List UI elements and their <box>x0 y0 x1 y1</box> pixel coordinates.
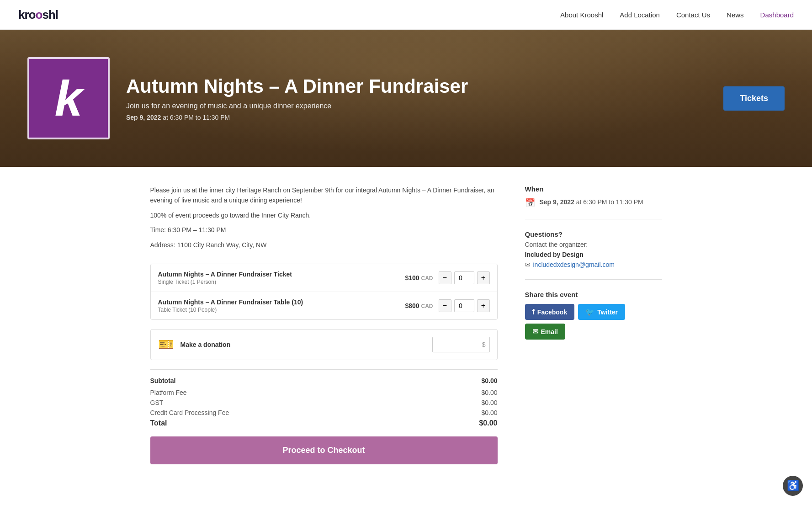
right-sidebar: When 📅 Sep 9, 2022 at 6:30 PM to 11:30 P… <box>525 185 662 464</box>
desc-line-1: Please join us at the inner city Heritag… <box>150 185 498 206</box>
when-section: When 📅 Sep 9, 2022 at 6:30 PM to 11:30 P… <box>525 185 662 219</box>
krooshl-k-logo: k <box>54 73 82 123</box>
when-label: When <box>525 185 662 193</box>
hero-banner: k Autumn Nights – A Dinner Fundraiser Jo… <box>0 30 812 167</box>
cc-fee-row: Credit Card Processing Fee $0.00 <box>150 409 498 416</box>
questions-label: Questions? <box>525 230 662 238</box>
share-email-button[interactable]: ✉ Email <box>525 324 565 340</box>
event-logo-box: k <box>27 57 110 139</box>
ticket-row-1: Autumn Nights – A Dinner Fundraiser Tick… <box>151 264 497 292</box>
nav-news[interactable]: News <box>727 11 744 19</box>
ticket-2-name: Autumn Nights – A Dinner Fundraiser Tabl… <box>158 298 405 306</box>
site-logo[interactable]: krooshl <box>18 8 58 22</box>
tickets-hero-button[interactable]: Tickets <box>723 86 785 111</box>
donation-dollar-sign: $ <box>478 341 489 348</box>
subtotal-label: Subtotal <box>150 377 176 384</box>
nav-about[interactable]: About Krooshl <box>560 11 603 19</box>
desc-line-4: Address: 1100 City Ranch Way, City, NW <box>150 240 498 250</box>
event-subtitle: Join us for an evening of music and a un… <box>126 102 707 110</box>
platform-fee-row: Platform Fee $0.00 <box>150 389 498 396</box>
gst-label: GST <box>150 399 164 406</box>
ticket-section: Autumn Nights – A Dinner Fundraiser Tick… <box>150 264 498 320</box>
main-content: Please join us at the inner city Heritag… <box>132 167 680 483</box>
facebook-icon: f <box>532 308 535 316</box>
ticket-2-price: $800 CAD <box>405 302 433 309</box>
event-description: Please join us at the inner city Heritag… <box>150 185 498 250</box>
cc-fee-label: Credit Card Processing Fee <box>150 409 229 416</box>
total-row: Total $0.00 <box>150 419 498 427</box>
donation-label: Make a donation <box>180 341 426 348</box>
event-title: Autumn Nights – A Dinner Fundraiser <box>126 75 707 97</box>
nav-add-location[interactable]: Add Location <box>620 11 660 19</box>
ticket-2-increment[interactable]: + <box>477 299 490 312</box>
order-summary: Subtotal $0.00 Platform Fee $0.00 GST $0… <box>150 369 498 427</box>
total-value: $0.00 <box>479 419 497 427</box>
donation-input[interactable] <box>433 337 478 352</box>
nav-links: About Krooshl Add Location Contact Us Ne… <box>560 11 794 19</box>
subtotal-row: Subtotal $0.00 <box>150 377 498 384</box>
ticket-1-decrement[interactable]: − <box>439 271 451 284</box>
donation-section: 🎫 Make a donation $ <box>150 329 498 360</box>
ticket-row-2: Autumn Nights – A Dinner Fundraiser Tabl… <box>151 292 497 319</box>
ticket-1-name: Autumn Nights – A Dinner Fundraiser Tick… <box>158 271 405 278</box>
ticket-1-price: $100 CAD <box>405 274 433 282</box>
desc-line-3: Time: 6:30 PM – 11:30 PM <box>150 225 498 235</box>
share-twitter-button[interactable]: 🐦 Twitter <box>578 304 625 320</box>
cc-fee-value: $0.00 <box>481 409 497 416</box>
ticket-1-qty[interactable] <box>454 271 474 284</box>
navbar: krooshl About Krooshl Add Location Conta… <box>0 0 812 30</box>
platform-fee-value: $0.00 <box>481 389 497 396</box>
ticket-1-sub: Single Ticket (1 Person) <box>158 279 405 285</box>
email-icon: ✉ <box>525 261 531 268</box>
donation-icon: 🎫 <box>158 337 174 352</box>
twitter-icon: 🐦 <box>585 308 594 316</box>
nav-contact[interactable]: Contact Us <box>676 11 710 19</box>
questions-section: Questions? Contact the organizer: Includ… <box>525 230 662 280</box>
platform-fee-label: Platform Fee <box>150 389 187 396</box>
accessibility-button[interactable]: ♿ <box>783 476 803 483</box>
calendar-icon: 📅 <box>525 198 535 208</box>
total-label: Total <box>150 419 167 427</box>
organizer-name: Included by Design <box>525 251 662 258</box>
share-section: Share this event f Facebook 🐦 Twitter ✉ … <box>525 291 662 351</box>
contact-text: Contact the organizer: <box>525 241 662 248</box>
mail-icon: ✉ <box>532 327 538 336</box>
ticket-2-qty[interactable] <box>454 299 474 312</box>
gst-row: GST $0.00 <box>150 399 498 406</box>
organizer-email[interactable]: includedxdesign@gmail.com <box>533 261 615 268</box>
checkout-button[interactable]: Proceed to Checkout <box>150 436 498 464</box>
event-date-hero: Sep 9, 2022 at 6:30 PM to 11:30 PM <box>126 114 707 121</box>
ticket-2-decrement[interactable]: − <box>439 299 451 312</box>
desc-line-2: 100% of event proceeds go toward the Inn… <box>150 210 498 220</box>
left-column: Please join us at the inner city Heritag… <box>150 185 498 464</box>
share-label: Share this event <box>525 291 662 298</box>
ticket-2-sub: Table Ticket (10 People) <box>158 307 405 313</box>
when-date-text: Sep 9, 2022 at 6:30 PM to 11:30 PM <box>540 197 643 207</box>
share-facebook-button[interactable]: f Facebook <box>525 304 575 320</box>
ticket-1-increment[interactable]: + <box>477 271 490 284</box>
nav-dashboard[interactable]: Dashboard <box>760 11 794 19</box>
hero-text-block: Autumn Nights – A Dinner Fundraiser Join… <box>126 75 707 121</box>
gst-value: $0.00 <box>481 399 497 406</box>
subtotal-value: $0.00 <box>481 377 497 384</box>
